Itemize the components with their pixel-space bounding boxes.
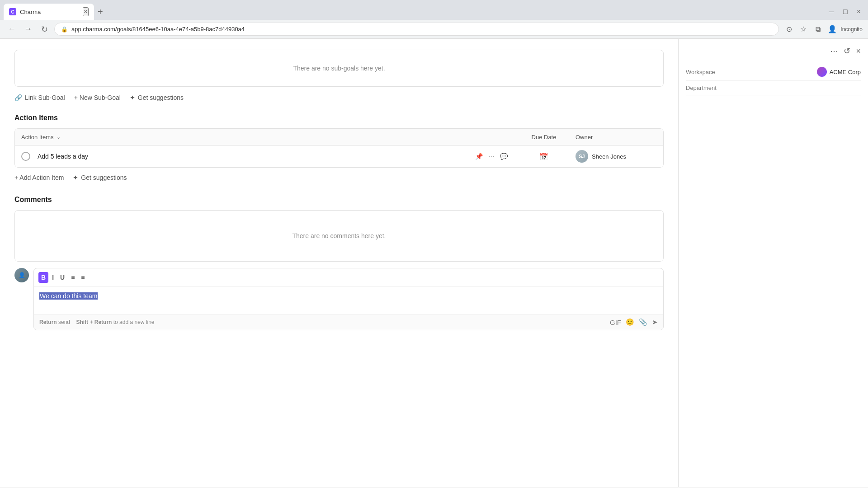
- task-complete-checkbox[interactable]: [21, 152, 30, 161]
- tab-favicon: C: [9, 8, 16, 15]
- link-sub-goal-button[interactable]: 🔗 Link Sub-Goal: [14, 94, 65, 101]
- task-owner-cell: SJ Sheen Jones: [576, 150, 657, 163]
- minimize-button[interactable]: ─: [826, 6, 838, 18]
- action-item-suggestions-button[interactable]: ✦ Get suggestions: [73, 174, 127, 181]
- comment-editor: B I U ≡ ≡ We can do this team Return: [33, 268, 664, 330]
- task-due-date-button[interactable]: 📅: [539, 152, 548, 161]
- link-icon: 🔗: [14, 94, 22, 101]
- panel-history-button[interactable]: ↺: [844, 46, 850, 56]
- task-name-cell: Add 5 leads a day 📌 ⋯ 💬: [21, 152, 512, 161]
- add-action-item-button[interactable]: + Add Action Item: [14, 174, 64, 181]
- bullet-list-button[interactable]: ≡: [68, 272, 77, 283]
- tab-close-button[interactable]: ×: [83, 7, 89, 16]
- editor-hint-text: Return send Shift + Return to add a new …: [39, 319, 154, 325]
- window-controls: ─ □ ×: [826, 6, 864, 18]
- toolbar-actions: ⊙ ☆ ⧉ 👤 Incognito: [783, 23, 863, 36]
- sub-goals-empty-text: There are no sub-goals here yet.: [293, 65, 385, 72]
- emoji-button[interactable]: 🙂: [626, 318, 634, 326]
- comments-title: Comments: [14, 196, 664, 204]
- gif-button[interactable]: GIF: [610, 319, 621, 326]
- panel-close-button[interactable]: ×: [856, 47, 861, 56]
- comment-input-area: 👤 B I U ≡ ≡ We can do this team: [14, 268, 664, 330]
- forward-button[interactable]: →: [22, 23, 34, 36]
- browser-toolbar: ← → ↻ 🔒 app.charma.com/goals/81645ee6-10…: [0, 20, 868, 38]
- tab-bar: C Charma × + ─ □ ×: [0, 0, 868, 20]
- selected-comment-text: We can do this team: [39, 292, 98, 300]
- task-pin-button[interactable]: 📌: [474, 152, 484, 161]
- bookmark-button[interactable]: ☆: [797, 23, 810, 36]
- owner-name-text: Sheen Jones: [592, 153, 626, 160]
- col-due-date-label: Due Date: [532, 134, 557, 141]
- lock-icon: 🔒: [61, 26, 68, 33]
- workspace-row: Workspace ACME Corp: [686, 63, 861, 81]
- url-text: app.charma.com/goals/81645ee6-10aa-4e74-…: [71, 26, 772, 33]
- magic-icon: ✦: [73, 174, 78, 181]
- maximize-button[interactable]: □: [840, 6, 851, 18]
- attach-button[interactable]: 📎: [639, 318, 647, 326]
- action-items-title: Action Items: [14, 114, 664, 122]
- tab-title: Charma: [20, 9, 79, 15]
- editor-toolbar: B I U ≡ ≡: [34, 268, 663, 287]
- action-items-footer: + Add Action Item ✦ Get suggestions: [14, 174, 664, 181]
- sub-goals-empty-state: There are no sub-goals here yet.: [14, 50, 664, 87]
- content-area: There are no sub-goals here yet. 🔗 Link …: [0, 39, 678, 341]
- sub-goal-actions: 🔗 Link Sub-Goal + New Sub-Goal ✦ Get sug…: [14, 94, 664, 101]
- underline-button[interactable]: U: [57, 272, 67, 283]
- comment-text-input[interactable]: We can do this team: [34, 287, 663, 314]
- comments-empty-state: There are no comments here yet.: [14, 210, 664, 262]
- comments-section: Comments There are no comments here yet.…: [14, 196, 664, 330]
- send-button[interactable]: ➤: [652, 318, 658, 326]
- col-due-date-header: Due Date: [512, 133, 576, 141]
- italic-button[interactable]: I: [49, 272, 57, 283]
- task-comment-button[interactable]: 💬: [499, 152, 509, 161]
- col-name-label: Action Items: [21, 134, 54, 141]
- new-sub-goal-button[interactable]: + New Sub-Goal: [74, 94, 121, 101]
- workspace-value: ACME Corp: [817, 67, 861, 77]
- address-bar[interactable]: 🔒 app.charma.com/goals/81645ee6-10aa-4e7…: [54, 23, 779, 36]
- table-header: Action Items ⌄ Due Date Owner: [15, 129, 663, 145]
- task-row-actions: 📌 ⋯ 💬: [474, 152, 509, 161]
- browser-body: There are no sub-goals here yet. 🔗 Link …: [0, 39, 868, 487]
- editor-action-buttons: GIF 🙂 📎 ➤: [610, 318, 658, 326]
- task-more-button[interactable]: ⋯: [487, 152, 495, 161]
- new-tab-button[interactable]: +: [98, 7, 103, 17]
- panel-header: ⋯ ↺ ×: [686, 46, 861, 56]
- extension-button[interactable]: ⊙: [783, 23, 795, 36]
- workspace-label: Workspace: [686, 69, 715, 75]
- incognito-badge: Incognito: [840, 23, 863, 36]
- action-items-section: Action Items Action Items ⌄ Due Date Own…: [14, 114, 664, 181]
- panel-more-button[interactable]: ⋯: [830, 46, 838, 56]
- current-user-avatar: 👤: [14, 268, 29, 282]
- browser-chrome: C Charma × + ─ □ × ← → ↻ 🔒 app.charma.co…: [0, 0, 868, 39]
- task-due-date-cell: 📅: [512, 152, 576, 161]
- numbered-list-button[interactable]: ≡: [78, 272, 87, 283]
- profile-button[interactable]: 👤: [826, 23, 839, 36]
- col-owner-header: Owner: [576, 133, 657, 141]
- close-window-button[interactable]: ×: [853, 6, 864, 18]
- department-row: Department: [686, 81, 861, 95]
- active-tab: C Charma ×: [4, 4, 94, 20]
- task-name-text: Add 5 leads a day: [38, 153, 472, 160]
- table-row: Add 5 leads a day 📌 ⋯ 💬 📅 SJ: [15, 145, 663, 167]
- chevron-down-icon: ⌄: [57, 134, 61, 140]
- reload-button[interactable]: ↻: [38, 23, 51, 36]
- editor-footer: Return send Shift + Return to add a new …: [34, 314, 663, 330]
- sub-goal-suggestions-button[interactable]: ✦ Get suggestions: [130, 94, 184, 101]
- comments-empty-text: There are no comments here yet.: [292, 232, 386, 239]
- department-label: Department: [686, 84, 717, 91]
- right-panel: ⋯ ↺ × Workspace ACME Corp Department: [678, 39, 868, 487]
- col-name-header: Action Items ⌄: [21, 134, 512, 141]
- action-items-table: Action Items ⌄ Due Date Owner: [14, 128, 664, 168]
- bold-button[interactable]: B: [38, 272, 48, 283]
- back-button[interactable]: ←: [5, 23, 18, 36]
- workspace-avatar: [817, 67, 827, 77]
- col-owner-label: Owner: [576, 134, 593, 141]
- suggestions-icon: ✦: [130, 94, 135, 101]
- main-content: There are no sub-goals here yet. 🔗 Link …: [0, 39, 678, 487]
- tab-groups-button[interactable]: ⧉: [811, 23, 824, 36]
- owner-avatar: SJ: [576, 150, 588, 163]
